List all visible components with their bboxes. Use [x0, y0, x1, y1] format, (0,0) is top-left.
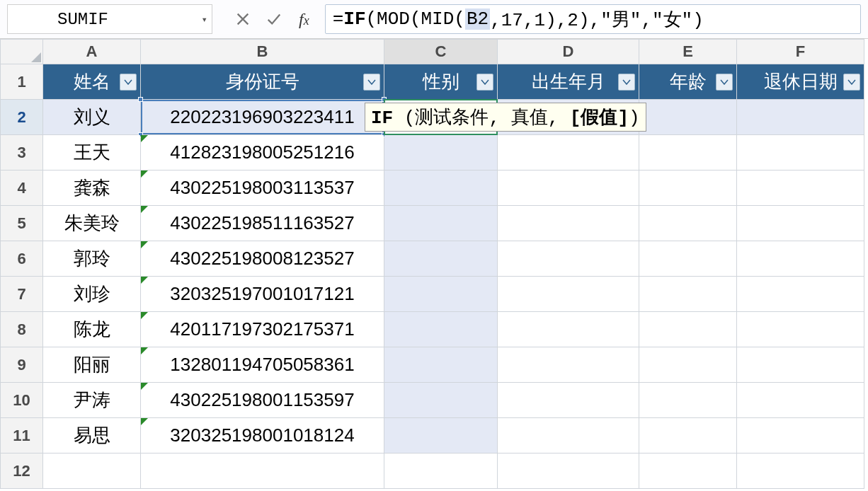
cancel-icon[interactable]	[234, 10, 252, 28]
cell[interactable]	[384, 454, 498, 489]
row-header-7[interactable]: 7	[1, 277, 43, 312]
cell[interactable]	[384, 383, 498, 418]
select-all-corner[interactable]	[1, 40, 43, 64]
row-header-10[interactable]: 10	[1, 383, 43, 418]
row-header-3[interactable]: 3	[1, 135, 43, 171]
row-header-6[interactable]: 6	[1, 241, 43, 277]
cell[interactable]	[639, 277, 737, 312]
col-header-E[interactable]: E	[639, 40, 737, 64]
cell[interactable]: 刘珍	[43, 277, 141, 312]
cell[interactable]	[384, 312, 498, 347]
error-indicator-icon[interactable]	[141, 171, 148, 178]
cell[interactable]	[384, 171, 498, 206]
cell[interactable]	[639, 418, 737, 454]
error-indicator-icon[interactable]	[141, 383, 148, 390]
cell[interactable]	[498, 241, 639, 277]
error-indicator-icon[interactable]	[141, 312, 148, 319]
col-header-F[interactable]: F	[737, 40, 864, 64]
header-cell-retire[interactable]: 退休日期	[737, 64, 864, 100]
cell[interactable]	[639, 312, 737, 347]
cell[interactable]	[737, 383, 864, 418]
fx-icon[interactable]: fx	[299, 10, 309, 29]
cell[interactable]	[737, 135, 864, 171]
cell[interactable]: 郭玲	[43, 241, 141, 277]
cell[interactable]	[737, 241, 864, 277]
cell[interactable]	[384, 206, 498, 241]
function-tooltip[interactable]: IF (测试条件, 真值, [假值])	[365, 103, 646, 132]
cell[interactable]	[384, 418, 498, 454]
cell[interactable]	[639, 241, 737, 277]
cell[interactable]	[43, 454, 141, 489]
cell[interactable]	[639, 454, 737, 489]
name-box-dropdown-icon[interactable]: ▾	[202, 13, 207, 25]
cell[interactable]: 430225198003113537	[141, 171, 384, 206]
cell-F2[interactable]	[737, 100, 864, 135]
cell[interactable]	[737, 347, 864, 383]
error-indicator-icon[interactable]	[141, 347, 148, 354]
cell[interactable]	[384, 347, 498, 383]
row-header-4[interactable]: 4	[1, 171, 43, 206]
formula-input[interactable]: =IF(MOD(MID(B2,17,1),2),"男","女")	[325, 4, 861, 34]
cell[interactable]	[737, 418, 864, 454]
cell[interactable]	[498, 171, 639, 206]
col-header-D[interactable]: D	[498, 40, 639, 64]
cell[interactable]	[498, 135, 639, 171]
cell[interactable]	[639, 206, 737, 241]
error-indicator-icon[interactable]	[141, 135, 148, 142]
cell[interactable]	[639, 171, 737, 206]
cell[interactable]	[737, 206, 864, 241]
cell[interactable]	[639, 383, 737, 418]
cell[interactable]	[498, 454, 639, 489]
cell[interactable]	[141, 454, 384, 489]
row-header-1[interactable]: 1	[1, 64, 43, 100]
col-header-B[interactable]: B	[141, 40, 384, 64]
header-cell-gender[interactable]: 性别	[384, 64, 498, 100]
row-header-12[interactable]: 12	[1, 454, 43, 489]
row-header-11[interactable]: 11	[1, 418, 43, 454]
cell[interactable]: 龚森	[43, 171, 141, 206]
cell[interactable]	[737, 277, 864, 312]
ref-handle[interactable]	[138, 97, 143, 102]
cell[interactable]	[498, 418, 639, 454]
header-cell-dob[interactable]: 出生年月	[498, 64, 639, 100]
cell[interactable]: 420117197302175371	[141, 312, 384, 347]
filter-icon[interactable]	[716, 74, 733, 91]
cell[interactable]	[498, 312, 639, 347]
error-indicator-icon[interactable]	[141, 277, 148, 284]
cell[interactable]: 阳丽	[43, 347, 141, 383]
cell[interactable]: 430225198511163527	[141, 206, 384, 241]
cell-A2[interactable]: 刘义	[43, 100, 141, 135]
filter-icon[interactable]	[618, 74, 635, 91]
cell[interactable]	[639, 347, 737, 383]
error-indicator-icon[interactable]	[141, 241, 148, 248]
header-cell-name[interactable]: 姓名	[43, 64, 141, 100]
confirm-icon[interactable]	[265, 10, 283, 28]
filter-icon[interactable]	[843, 74, 860, 91]
header-cell-age[interactable]: 年龄	[639, 64, 737, 100]
cell[interactable]	[384, 277, 498, 312]
cell[interactable]: 尹涛	[43, 383, 141, 418]
error-indicator-icon[interactable]	[141, 418, 148, 425]
cell[interactable]: 412823198005251216	[141, 135, 384, 171]
cell[interactable]	[384, 135, 498, 171]
cell[interactable]: 朱美玲	[43, 206, 141, 241]
cell[interactable]: 陈龙	[43, 312, 141, 347]
cell[interactable]: 王天	[43, 135, 141, 171]
cell[interactable]	[639, 135, 737, 171]
cell[interactable]: 430225198008123527	[141, 241, 384, 277]
col-header-A[interactable]: A	[43, 40, 141, 64]
cell-B2[interactable]: 220223196903223411	[141, 100, 384, 135]
cell[interactable]	[737, 312, 864, 347]
row-header-9[interactable]: 9	[1, 347, 43, 383]
row-header-8[interactable]: 8	[1, 312, 43, 347]
cell[interactable]	[737, 171, 864, 206]
cell[interactable]	[737, 454, 864, 489]
cell[interactable]: 易思	[43, 418, 141, 454]
cell[interactable]: 430225198001153597	[141, 383, 384, 418]
cell[interactable]: 132801194705058361	[141, 347, 384, 383]
cell[interactable]	[498, 206, 639, 241]
filter-icon[interactable]	[120, 74, 137, 91]
filter-icon[interactable]	[363, 74, 380, 91]
cell[interactable]	[498, 277, 639, 312]
name-box[interactable]: SUMIF ▾	[7, 4, 212, 34]
